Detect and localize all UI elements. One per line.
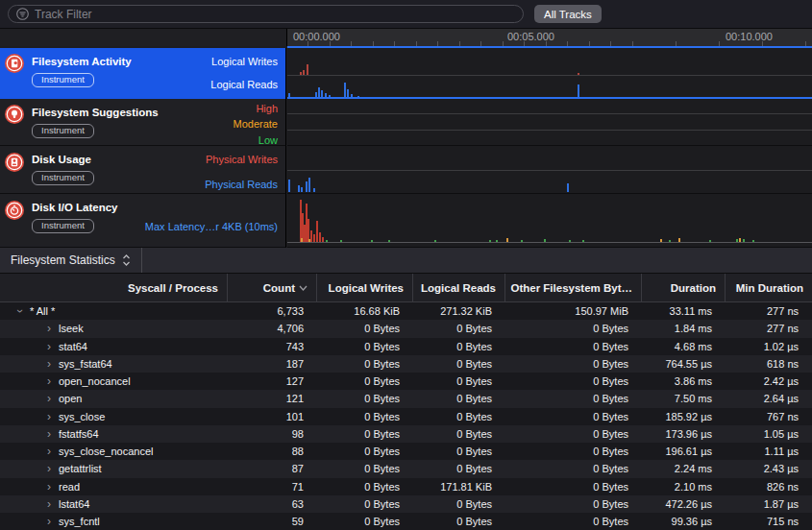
value-cell: 0 Bytes bbox=[413, 411, 505, 422]
column-header-logical-reads[interactable]: Logical Reads bbox=[413, 274, 505, 301]
filesystem-activity-icon bbox=[5, 54, 24, 73]
chart-bar bbox=[521, 240, 523, 242]
table-row[interactable]: getattrlist870 Bytes0 Bytes0 Bytes2.24 m… bbox=[0, 460, 812, 477]
syscall-name: sys_fstat64 bbox=[59, 358, 112, 370]
chart-bar bbox=[301, 187, 303, 192]
column-header-min-duration[interactable]: Min Duration bbox=[726, 274, 812, 301]
value-cell: 187 bbox=[228, 358, 317, 370]
chart-bar bbox=[567, 183, 569, 192]
chart-bar bbox=[316, 221, 318, 242]
value-cell: 4,706 bbox=[228, 323, 317, 334]
table-row[interactable]: fstatfs64980 Bytes0 Bytes0 Bytes173.96 µ… bbox=[0, 425, 812, 443]
syscall-name: lseek bbox=[59, 323, 84, 334]
table-row[interactable]: sys_fcntl590 Bytes0 Bytes0 Bytes99.36 µs… bbox=[0, 513, 812, 530]
lightbulb-icon bbox=[5, 105, 24, 124]
all-tracks-button[interactable]: All Tracks bbox=[534, 5, 602, 23]
detail-pane: Filesystem Statistics Syscall / Process … bbox=[0, 248, 812, 530]
syscall-cell: open bbox=[0, 393, 228, 404]
value-cell: 0 Bytes bbox=[505, 446, 642, 457]
lane-divider bbox=[287, 75, 812, 76]
track-disk-usage[interactable]: Disk Usage Instrument Physical Writes Ph… bbox=[0, 146, 812, 194]
statistics-selector[interactable]: Filesystem Statistics bbox=[0, 248, 142, 273]
table-row[interactable]: sys_close_nocancel880 Bytes0 Bytes0 Byte… bbox=[0, 443, 812, 460]
value-cell: 277 ns bbox=[726, 323, 812, 334]
disk-io-latency-chart[interactable] bbox=[287, 194, 812, 248]
value-cell: 33.11 ms bbox=[642, 305, 726, 317]
value-cell: 826 ns bbox=[726, 481, 812, 493]
disclosure-collapsed-icon[interactable] bbox=[44, 516, 54, 527]
chart-bar bbox=[739, 238, 741, 242]
filesystem-suggestions-chart[interactable] bbox=[287, 99, 812, 146]
value-cell: 63 bbox=[228, 498, 317, 510]
table-row[interactable]: open_nocancel1270 Bytes0 Bytes0 Bytes3.8… bbox=[0, 373, 812, 390]
value-cell: 271.32 KiB bbox=[413, 305, 505, 317]
column-header-duration[interactable]: Duration bbox=[642, 274, 726, 301]
disk-usage-icon bbox=[5, 153, 24, 172]
disclosure-collapsed-icon[interactable] bbox=[44, 341, 54, 352]
table-row[interactable]: lseek4,7060 Bytes0 Bytes0 Bytes1.84 ms27… bbox=[0, 320, 812, 337]
track-header[interactable]: Disk I/O Latency Instrument Max Latency…… bbox=[0, 194, 286, 248]
disclosure-collapsed-icon[interactable] bbox=[44, 463, 54, 474]
table-row[interactable]: lstat64630 Bytes0 Bytes0 Bytes472.26 µs1… bbox=[0, 495, 812, 513]
value-cell: 0 Bytes bbox=[317, 411, 413, 422]
legend-low: Low bbox=[258, 134, 278, 146]
table-row[interactable]: open1210 Bytes0 Bytes0 Bytes7.50 ms2.64 … bbox=[0, 390, 812, 407]
chart-bar bbox=[300, 72, 302, 75]
table-row[interactable]: read710 Bytes171.81 KiB0 Bytes2.10 ms826… bbox=[0, 478, 812, 495]
table-row[interactable]: sys_fstat641870 Bytes0 Bytes0 Bytes764.5… bbox=[0, 355, 812, 373]
statistics-selector-label: Filesystem Statistics bbox=[11, 253, 115, 267]
table-row[interactable]: sys_close1010 Bytes0 Bytes0 Bytes185.92 … bbox=[0, 408, 812, 425]
track-header[interactable]: Disk Usage Instrument Physical Writes Ph… bbox=[0, 146, 286, 194]
disclosure-collapsed-icon[interactable] bbox=[44, 411, 54, 422]
track-filter-input[interactable]: Track Filter bbox=[8, 5, 524, 23]
disclosure-collapsed-icon[interactable] bbox=[44, 481, 54, 493]
value-cell: 0 Bytes bbox=[317, 463, 413, 474]
value-cell: 87 bbox=[228, 463, 317, 474]
column-header-other-filesystem-bytes[interactable]: Other Filesystem Byt… bbox=[505, 274, 642, 301]
legend-logical-reads: Logical Reads bbox=[210, 79, 278, 90]
legend-physical-reads: Physical Reads bbox=[205, 179, 278, 190]
syscall-cell: read bbox=[0, 481, 228, 493]
column-header-logical-writes[interactable]: Logical Writes bbox=[317, 274, 413, 301]
track-header[interactable]: Filesystem Activity Instrument Logical W… bbox=[0, 48, 286, 99]
value-cell: 196.61 µs bbox=[642, 446, 726, 457]
disk-usage-chart[interactable] bbox=[287, 146, 812, 194]
value-cell: 0 Bytes bbox=[505, 463, 642, 474]
track-filesystem-activity[interactable]: Filesystem Activity Instrument Logical W… bbox=[0, 48, 812, 99]
value-cell: 0 Bytes bbox=[505, 481, 642, 493]
value-cell: 1.84 ms bbox=[642, 323, 726, 334]
syscall-cell: sys_close bbox=[0, 411, 228, 422]
table-row[interactable]: * All *6,73316.68 KiB271.32 KiB150.97 Mi… bbox=[0, 302, 812, 320]
disclosure-collapsed-icon[interactable] bbox=[44, 446, 54, 457]
column-header-syscall-process[interactable]: Syscall / Process bbox=[0, 274, 228, 301]
track-filesystem-suggestions[interactable]: Filesystem Suggestions Instrument High M… bbox=[0, 99, 812, 146]
disclosure-collapsed-icon[interactable] bbox=[44, 323, 54, 334]
track-title: Filesystem Suggestions bbox=[32, 107, 159, 118]
filter-icon bbox=[16, 8, 29, 20]
value-cell: 0 Bytes bbox=[505, 323, 642, 334]
time-ruler[interactable]: 00:00.000 00:05.000 00:10.000 bbox=[287, 29, 812, 46]
disclosure-expanded-icon[interactable] bbox=[14, 306, 26, 316]
value-cell: 1.05 µs bbox=[726, 428, 812, 440]
value-cell: 0 Bytes bbox=[413, 393, 505, 404]
track-disk-io-latency[interactable]: Disk I/O Latency Instrument Max Latency…… bbox=[0, 194, 812, 248]
value-cell: 121 bbox=[228, 393, 317, 404]
disclosure-collapsed-icon[interactable] bbox=[44, 358, 54, 370]
instrument-badge: Instrument bbox=[32, 219, 94, 233]
column-header-count[interactable]: Count bbox=[228, 274, 317, 301]
value-cell: 0 Bytes bbox=[317, 446, 413, 457]
syscall-cell: lstat64 bbox=[0, 498, 228, 510]
value-cell: 0 Bytes bbox=[317, 358, 413, 370]
instrument-badge: Instrument bbox=[32, 124, 94, 138]
track-header[interactable]: Filesystem Suggestions Instrument High M… bbox=[0, 99, 286, 146]
value-cell: 59 bbox=[228, 516, 317, 527]
chart-bar bbox=[388, 240, 390, 242]
disclosure-collapsed-icon[interactable] bbox=[44, 498, 54, 510]
filesystem-activity-chart[interactable] bbox=[287, 48, 812, 99]
table-row[interactable]: stat647430 Bytes0 Bytes0 Bytes4.68 ms1.0… bbox=[0, 338, 812, 355]
value-cell: 0 Bytes bbox=[505, 341, 642, 352]
disclosure-collapsed-icon[interactable] bbox=[44, 428, 54, 440]
chart-bar bbox=[298, 185, 300, 192]
disclosure-collapsed-icon[interactable] bbox=[44, 393, 54, 404]
disclosure-collapsed-icon[interactable] bbox=[44, 375, 54, 387]
